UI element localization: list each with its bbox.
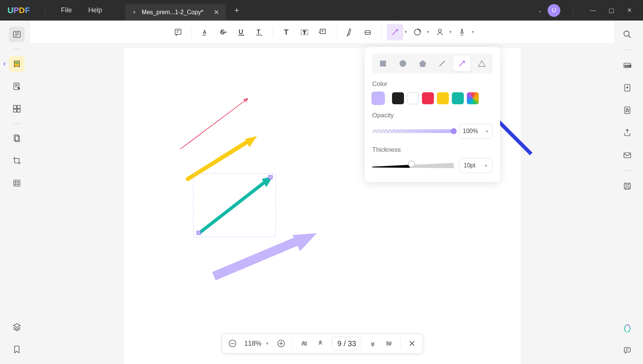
tool-stamp[interactable] <box>409 24 426 40</box>
tool-callout[interactable] <box>314 24 331 40</box>
chevron-down-icon[interactable]: ▼ <box>426 30 430 34</box>
tab-dropdown-icon[interactable]: ▼ <box>132 10 137 15</box>
svg-rect-57 <box>624 183 630 189</box>
chat-button[interactable] <box>620 343 634 357</box>
thickness-slider[interactable] <box>372 163 454 168</box>
svg-point-26 <box>438 29 441 32</box>
svg-rect-3 <box>17 105 20 108</box>
rail-reader-button[interactable] <box>9 27 25 42</box>
shape-arrow[interactable] <box>453 56 471 71</box>
svg-text:T: T <box>257 28 261 36</box>
tool-note[interactable] <box>170 24 186 40</box>
svg-point-12 <box>17 184 18 185</box>
svg-rect-54 <box>625 107 630 114</box>
opacity-slider[interactable] <box>372 129 454 133</box>
ocr-button[interactable]: OCR <box>620 58 634 73</box>
menu-help[interactable]: Help <box>80 6 110 14</box>
convert-button[interactable] <box>620 81 634 95</box>
rail-comment-button[interactable] <box>9 56 25 72</box>
canvas-arrow-teal-selected[interactable] <box>192 172 281 239</box>
svg-line-50 <box>628 36 631 38</box>
tool-signature[interactable] <box>454 24 470 40</box>
color-red[interactable] <box>422 92 434 104</box>
protect-button[interactable] <box>620 103 634 117</box>
document-tab[interactable]: ▼ Mes_prem...1-2_Copy* ✕ <box>125 4 226 21</box>
svg-text:OCR: OCR <box>625 64 631 68</box>
chevron-down-icon[interactable]: ▼ <box>471 30 475 34</box>
tool-sticker[interactable] <box>432 24 448 40</box>
rail-bookmark-button[interactable] <box>9 342 25 357</box>
color-purple[interactable] <box>372 92 384 104</box>
thickness-value[interactable]: 10pt▼ <box>459 158 493 173</box>
rail-pages-button[interactable] <box>9 130 25 146</box>
tool-eraser[interactable] <box>359 24 376 40</box>
tool-underline[interactable]: U <box>233 24 249 40</box>
rail-layers-button[interactable] <box>9 319 25 335</box>
svg-line-24 <box>392 30 398 35</box>
search-button[interactable] <box>620 27 634 41</box>
zoom-in-button[interactable] <box>274 336 289 351</box>
tool-squiggly[interactable]: T <box>251 24 267 40</box>
canvas-arrow-purple[interactable] <box>208 229 321 282</box>
rail-crop-button[interactable] <box>9 153 25 169</box>
save-button[interactable] <box>620 179 634 193</box>
tool-pencil[interactable] <box>342 24 358 40</box>
shape-line[interactable] <box>434 56 451 71</box>
annotation-toolbar: S U T T T ▼ ▼ ▼ ▼ <box>30 21 615 44</box>
svg-text:T: T <box>303 30 306 35</box>
color-black[interactable] <box>392 92 404 104</box>
svg-point-10 <box>17 182 18 183</box>
shape-triangle[interactable] <box>473 56 490 71</box>
share-button[interactable] <box>620 126 634 140</box>
svg-line-30 <box>199 181 266 233</box>
tool-textbox[interactable]: T <box>296 24 313 40</box>
svg-point-11 <box>15 184 16 185</box>
svg-rect-58 <box>624 348 630 352</box>
shape-circle[interactable] <box>394 56 411 71</box>
opacity-value[interactable]: 100%▼ <box>459 124 493 139</box>
app-logo: UPDF <box>7 6 30 15</box>
shape-pentagon[interactable] <box>414 56 431 71</box>
next-page-button[interactable] <box>365 336 380 351</box>
last-page-button[interactable] <box>382 336 397 351</box>
tool-highlight[interactable] <box>197 24 214 40</box>
svg-text:T: T <box>284 28 288 36</box>
close-window-button[interactable]: ✕ <box>623 5 636 15</box>
new-tab-button[interactable]: + <box>234 6 239 15</box>
prev-page-button[interactable] <box>313 336 328 351</box>
close-bar-button[interactable] <box>405 336 420 351</box>
tab-close-icon[interactable]: ✕ <box>214 8 219 16</box>
email-button[interactable] <box>620 148 634 162</box>
canvas-area <box>30 44 615 364</box>
thickness-label: Thickness <box>372 146 493 154</box>
zoom-level[interactable]: 118%▼ <box>241 340 272 348</box>
tool-text[interactable]: T <box>278 24 295 40</box>
svg-rect-8 <box>14 180 20 186</box>
tool-shapes[interactable] <box>387 24 403 40</box>
chevron-down-icon[interactable]: ▼ <box>404 30 408 34</box>
maximize-button[interactable]: ▢ <box>605 5 618 15</box>
rail-organize-button[interactable] <box>9 101 25 117</box>
svg-rect-34 <box>380 61 386 67</box>
titlebar: UPDF File Help ▼ Mes_prem...1-2_Copy* ✕ … <box>0 0 643 21</box>
first-page-button[interactable] <box>297 336 312 351</box>
color-white[interactable] <box>407 92 419 104</box>
color-teal[interactable] <box>452 92 464 104</box>
ai-button[interactable] <box>620 321 634 335</box>
zoom-out-button[interactable] <box>225 336 240 351</box>
user-avatar[interactable]: U <box>548 4 560 17</box>
tool-strikethrough[interactable]: S <box>215 24 232 40</box>
shape-rectangle[interactable] <box>374 56 392 71</box>
color-rainbow[interactable] <box>467 92 479 104</box>
svg-rect-32 <box>269 175 272 179</box>
menu-file[interactable]: File <box>53 6 80 14</box>
chevron-down-icon[interactable]: ▼ <box>449 30 453 34</box>
svg-rect-56 <box>624 153 631 158</box>
color-yellow[interactable] <box>437 92 449 104</box>
rail-edit-button[interactable] <box>9 78 25 94</box>
minimize-button[interactable]: — <box>586 6 600 15</box>
page-indicator[interactable]: 9 / 33 <box>332 337 362 351</box>
svg-marker-39 <box>478 61 485 67</box>
chevron-down-icon[interactable]: ⌄ <box>538 7 542 13</box>
rail-tools-button[interactable] <box>9 175 25 191</box>
